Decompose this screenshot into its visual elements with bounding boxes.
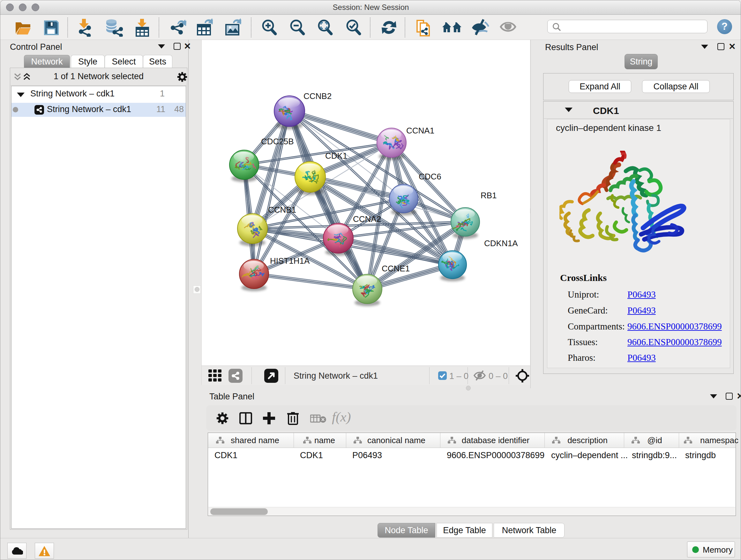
svg-text:CCNB1: CCNB1: [268, 205, 296, 214]
svg-text:CDC25B: CDC25B: [261, 137, 294, 146]
svg-text:CCNE1: CCNE1: [382, 264, 410, 273]
svg-text:CCNA2: CCNA2: [353, 214, 381, 224]
svg-text:CCNB2: CCNB2: [304, 91, 332, 101]
svg-text:HIST1H1A: HIST1H1A: [270, 256, 310, 266]
svg-text:CDKN1A: CDKN1A: [484, 239, 518, 248]
svg-text:RB1: RB1: [481, 191, 497, 200]
svg-text:CDK1: CDK1: [325, 151, 347, 161]
svg-text:CDC6: CDC6: [419, 172, 441, 181]
svg-text:CCNA1: CCNA1: [406, 126, 434, 135]
